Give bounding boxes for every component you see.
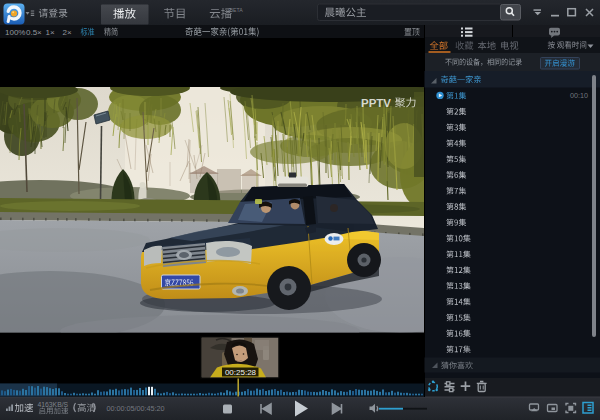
- svg-text:100%: 100%: [5, 28, 25, 37]
- svg-text:4163KB/S: 4163KB/S: [38, 401, 69, 408]
- svg-text:BETA: BETA: [230, 7, 244, 13]
- svg-text:1×: 1×: [46, 28, 55, 37]
- svg-text:00:00:05/00:45:20: 00:00:05/00:45:20: [107, 404, 165, 413]
- svg-text:PPTV: PPTV: [361, 97, 391, 109]
- svg-text:2×: 2×: [63, 28, 72, 37]
- svg-text:00:25:28: 00:25:28: [225, 368, 257, 377]
- svg-text:0.5×: 0.5×: [26, 28, 42, 37]
- svg-text:00:10: 00:10: [570, 91, 588, 100]
